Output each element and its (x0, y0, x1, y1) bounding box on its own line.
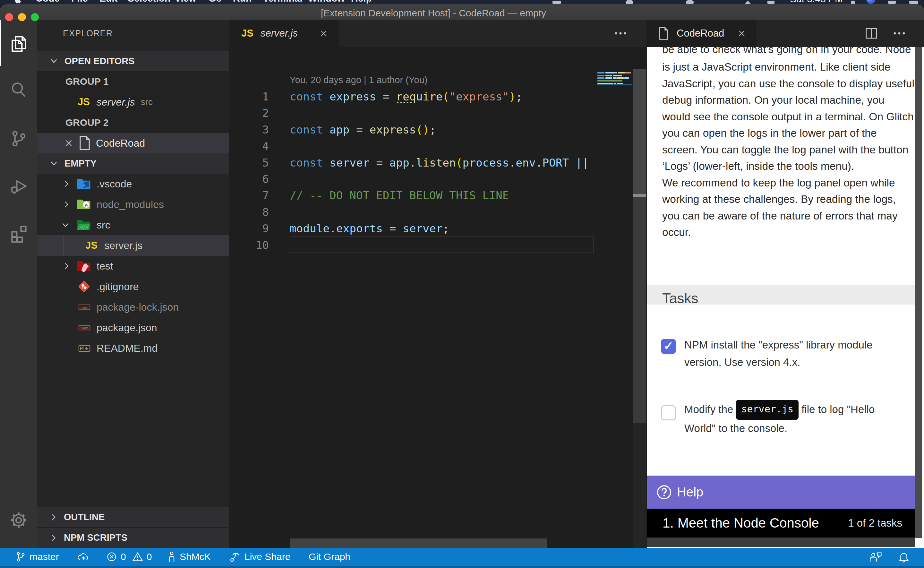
tree-item-vscode-folder[interactable]: .vscode (37, 174, 229, 194)
menubar-status-icon (745, 1, 751, 4)
minimap[interactable] (595, 69, 633, 548)
line-number: 4 (240, 137, 269, 154)
open-editor-coderoad[interactable]: CodeRoad (37, 133, 229, 153)
close-tab-icon[interactable] (737, 28, 747, 39)
svg-text:npm: npm (80, 305, 89, 309)
menu-item-edit[interactable]: Edit (99, 0, 118, 4)
task-text: version. Use version 4.x. (684, 353, 800, 371)
tree-item-gitignore-file[interactable]: .gitignore (37, 276, 229, 297)
menu-item-file[interactable]: File (71, 0, 88, 4)
task-checkbox-checked[interactable]: ✓ (661, 339, 676, 354)
lesson-title-bar: 1. Meet the Node Console 1 of 2 tasks (647, 509, 915, 538)
tree-item-test-folder[interactable]: test (37, 256, 229, 276)
webview-paragraph-line: debug information. On your local machine… (662, 92, 885, 109)
tasks-title: Tasks (662, 290, 698, 307)
line-number: 5 (240, 154, 269, 171)
menu-item-run[interactable]: Run (233, 0, 252, 4)
scrollbar-handle[interactable] (633, 194, 646, 197)
search-view-icon[interactable] (0, 66, 37, 113)
inline-code-chip: server.js (736, 400, 799, 420)
webview-paragraph-line: is just a JavaScript environment. Like c… (662, 59, 890, 76)
menubar-status-icon (851, 1, 855, 4)
git-branch-status[interactable]: master (15, 548, 59, 566)
tree-item-src-folder[interactable]: </> src (37, 215, 229, 235)
document-icon (658, 26, 669, 41)
current-line-highlight (290, 237, 594, 253)
close-icon[interactable] (64, 138, 74, 148)
zoom-window-button[interactable] (31, 13, 39, 21)
menubar-status-icon (552, 1, 561, 4)
tree-item-package-lock-file[interactable]: npm package-lock.json (37, 297, 229, 317)
tree-item-package-json-file[interactable]: npm package.json (37, 317, 229, 338)
notifications-bell-icon[interactable] (898, 548, 910, 566)
open-editor-server-js[interactable]: JS server.js src (37, 92, 229, 112)
code-editor[interactable]: You, 20 days ago | 1 author (You) 1 2 3 … (229, 69, 595, 538)
webview-scrollbar-thumb[interactable] (915, 47, 922, 538)
editor-more-actions-button[interactable] (613, 28, 627, 39)
markdown-icon (78, 342, 91, 355)
account-status[interactable]: ShMcK (167, 548, 211, 566)
menu-item-window[interactable]: Window (308, 0, 345, 4)
outline-section-header[interactable]: OUTLINE (37, 507, 229, 527)
live-share-icon (228, 550, 241, 563)
horizontal-scrollbar[interactable] (290, 538, 547, 548)
task-text: Modify the server.js file to log "Hello (684, 400, 874, 418)
webview-scrollbar[interactable] (915, 47, 924, 547)
menu-item-selection[interactable]: Selection (128, 0, 170, 4)
settings-gear-icon[interactable] (0, 497, 37, 544)
webview-paragraph-line: working at these challenges. By reading … (662, 191, 896, 208)
folder-section-header[interactable]: EMPTY (37, 153, 229, 174)
source-control-view-icon[interactable] (0, 115, 37, 162)
run-debug-view-icon[interactable] (0, 162, 37, 210)
tree-item-readme-file[interactable]: README.md (37, 338, 229, 358)
minimap-current-line (597, 84, 632, 85)
vscode-window: Code File Edit Selection View Go Run Ter… (0, 0, 924, 568)
lesson-title: 1. Meet the Node Console (663, 515, 819, 531)
npm-scripts-section-header[interactable]: NPM SCRIPTS (37, 527, 229, 548)
sync-changes-button[interactable] (77, 548, 90, 566)
help-section-header[interactable]: Help (647, 476, 915, 509)
menu-item-help[interactable]: Help (351, 0, 372, 4)
editor-scrollbar[interactable] (633, 69, 646, 548)
code-line: // -- DO NOT EDIT BELOW THIS LINE (290, 187, 509, 204)
npm-icon: npm (78, 321, 91, 334)
code-line: const server = app.listen(process.env.PO… (290, 154, 589, 171)
minimize-window-button[interactable] (18, 13, 26, 21)
window-title: [Extension Development Host] - CodeRoad … (303, 8, 564, 19)
feedback-status-icon[interactable] (868, 548, 882, 566)
tree-indent-guide (63, 235, 63, 256)
problems-status[interactable]: 0 0 (106, 548, 152, 566)
tab-coderoad[interactable]: CodeRoad (647, 20, 757, 47)
person-icon (167, 551, 176, 563)
tree-item-node-modules-folder[interactable]: js node_modules (37, 194, 229, 215)
menubar-status-icon (686, 0, 693, 4)
open-editors-header[interactable]: OPEN EDITORS (37, 51, 229, 71)
menubar-status-icon (909, 1, 918, 4)
webview-more-actions-button[interactable] (892, 28, 906, 39)
menu-item-go[interactable]: Go (208, 0, 222, 4)
activity-bar (0, 20, 37, 548)
split-editor-button[interactable] (865, 27, 878, 40)
tree-item-server-js-file[interactable]: JS server.js (37, 235, 229, 256)
line-number: 3 (240, 121, 269, 138)
svg-text:</>: </> (80, 225, 89, 230)
menu-item-code[interactable]: Code (36, 0, 60, 4)
task-checkbox-unchecked[interactable] (661, 405, 676, 420)
menu-item-terminal[interactable]: Terminal (263, 0, 303, 4)
apple-logo-icon (14, 0, 23, 4)
explorer-sidebar: EXPLORER OPEN EDITORS GROUP 1 JS server.… (37, 20, 229, 548)
line-number: 1 (240, 88, 269, 105)
close-tab-icon[interactable] (319, 28, 329, 39)
codelens-annotation[interactable]: You, 20 days ago | 1 author (You) (290, 71, 427, 88)
git-graph-status[interactable]: Git Graph (309, 548, 350, 566)
tab-server-js[interactable]: JS server.js (230, 20, 339, 47)
explorer-view-icon[interactable] (0, 20, 37, 67)
webview-paragraph-line: be able to check what's going on in your… (662, 47, 911, 58)
line-number: 7 (240, 187, 269, 204)
menu-item-view[interactable]: View (175, 0, 196, 4)
live-share-status[interactable]: Live Share (228, 548, 290, 566)
close-window-button[interactable] (5, 13, 13, 21)
extensions-view-icon[interactable] (0, 210, 37, 257)
errors-icon (106, 551, 118, 562)
webview-tab-bar: CodeRoad (647, 20, 924, 47)
